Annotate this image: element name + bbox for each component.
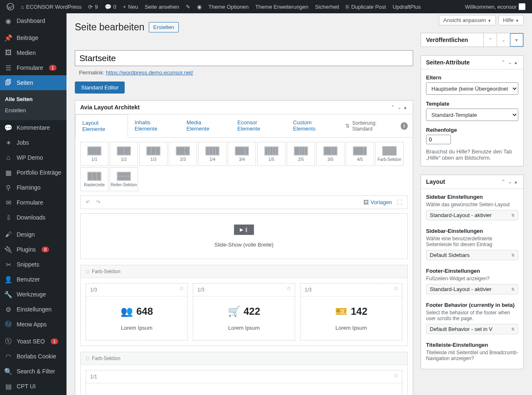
comments-link[interactable]: 💬0 (101, 0, 120, 13)
updates-link[interactable]: ⟳9 (85, 0, 101, 13)
attrs-down[interactable]: ⌄ (507, 59, 513, 65)
templates-button[interactable]: 🖼Vorlagen (363, 199, 392, 205)
col-handle[interactable] (394, 287, 398, 290)
attrs-up[interactable]: ⌃ (500, 59, 507, 65)
menu-searchfilter[interactable]: 🔍Search & Filter (0, 364, 66, 379)
order-input[interactable] (426, 135, 451, 144)
submenu-create[interactable]: Erstellen (0, 105, 66, 116)
element-1-2[interactable]: 1/2 (110, 142, 138, 166)
menu-forms2[interactable]: ✉Formulare (0, 195, 66, 210)
sidebar1-select[interactable]: Standard-Layout - aktivier⇅ (426, 210, 518, 220)
element-grid-row[interactable]: Rasterzeile (80, 167, 108, 191)
create-button[interactable]: Erstellen (149, 22, 179, 32)
menu-posts[interactable]: 📌Beiträge (0, 30, 66, 45)
element-color-section[interactable]: Farb-Sektion (375, 142, 404, 166)
col-handle[interactable] (287, 287, 291, 290)
menu-borlabs[interactable]: ◠Borlabs Cookie (0, 349, 66, 364)
tab-layout-elements[interactable]: Layout Elemente (75, 114, 128, 138)
drag-handle[interactable] (86, 357, 89, 360)
avia-down[interactable]: ⌄ (396, 104, 403, 110)
menu-jobs[interactable]: ✶Jobs (0, 135, 66, 150)
theme-options-link[interactable]: Theme Optionen (205, 0, 252, 13)
theme-ext-link[interactable]: Theme Erweiterungen (252, 0, 312, 13)
avia-toggle[interactable]: ▴ (403, 104, 408, 110)
menu-yoast[interactable]: ⓎYoast SEO1 (0, 334, 66, 349)
canvas-col-1[interactable]: 1/3 👥648 Lorem Ipsum (86, 283, 188, 341)
menu-pages[interactable]: 🗐Seiten (0, 75, 66, 90)
template-select[interactable]: Standard-Template (426, 109, 518, 121)
canvas-col-full[interactable]: 1/1 ☰Blog Beiträge (86, 370, 402, 395)
menu-portfolio[interactable]: ▦Portfolio Einträge (0, 165, 66, 180)
col-handle[interactable] (180, 287, 183, 290)
menu-settings[interactable]: ⚙Einstellungen (0, 302, 66, 317)
footer-behavior-select[interactable]: Default Behavior - set in V⇅ (426, 324, 518, 334)
duplicate-link[interactable]: ⎘Duplicate Post (342, 0, 389, 13)
undo-button[interactable]: ↶ (84, 198, 92, 206)
menu-design[interactable]: 🖌Design (0, 227, 66, 242)
view-page-link[interactable]: Seite ansehen (141, 0, 182, 13)
wp-logo[interactable] (3, 0, 17, 13)
updraft-link[interactable]: UpdraftPlus (389, 0, 424, 13)
tab-econsor-elements[interactable]: Econsor Elemente (231, 114, 286, 137)
permalink-link[interactable]: https://wordpress.demo.econsor.net/ (106, 69, 193, 76)
publish-down[interactable]: ⌄ (497, 33, 510, 47)
layout-toggle[interactable]: ▴ (513, 179, 518, 185)
layout-down[interactable]: ⌄ (507, 179, 513, 185)
menu-downloads[interactable]: ⇩Downloads (0, 210, 66, 225)
tab-custom-elements[interactable]: Custom Elements (286, 114, 340, 137)
fullscreen-button[interactable]: ⛶ (395, 198, 404, 206)
col-handle[interactable] (394, 374, 398, 377)
account-link[interactable]: Willkommen, econsor (462, 0, 529, 13)
submenu-all-pages[interactable]: Alle Seiten (0, 94, 66, 105)
menu-meow[interactable]: ⓂMeow Apps (0, 317, 66, 332)
drag-handle[interactable] (86, 270, 89, 274)
avia-up[interactable]: ⌃ (389, 104, 396, 110)
menu-comments[interactable]: 💬Kommentare (0, 120, 66, 135)
element-2-3[interactable]: 2/3 (169, 142, 197, 166)
element-tab-section[interactable]: Reiter-Sektion (110, 167, 138, 191)
help-button[interactable]: Hilfe▼ (498, 15, 524, 25)
menu-forms[interactable]: ☰Formulare1 (0, 60, 66, 75)
element-2-5[interactable]: 2/5 (287, 142, 315, 166)
canvas-col-3[interactable]: 1/3 🎫142 Lorem Ipsum (300, 283, 402, 341)
sidebar2-select[interactable]: Default Sidebars⇅ (426, 250, 518, 260)
menu-cptui[interactable]: ▤CPT UI (0, 379, 66, 394)
attrs-toggle[interactable]: ▴ (513, 59, 518, 65)
menu-dashboard[interactable]: ◉Dashboard (0, 13, 66, 28)
customize-view-button[interactable]: Ansicht anpassen▼ (439, 15, 496, 25)
publish-up[interactable]: ⌃ (483, 33, 497, 47)
redo-button[interactable]: ↷ (94, 198, 102, 206)
element-1-5[interactable]: 1/5 (257, 142, 286, 166)
security-link[interactable]: Sicherheit (312, 0, 342, 13)
menu-plugins[interactable]: 🔌Plugins8 (0, 242, 66, 257)
theme-icon-1[interactable]: ✎ (182, 0, 194, 13)
menu-snippets[interactable]: ✂Snippets (0, 257, 66, 272)
menu-flamingo[interactable]: ⚲Flamingo (0, 180, 66, 195)
sort-dropdown[interactable]: ⇅Sortierung: Standard (340, 114, 400, 137)
element-1-1[interactable]: 1/1 (80, 142, 108, 166)
element-3-5[interactable]: 3/5 (316, 142, 345, 166)
canvas-section-1[interactable]: Farb-Sektion 1/3 👥648 Lorem Ipsum 1/3 (80, 265, 408, 346)
title-input[interactable] (75, 50, 413, 66)
new-link[interactable]: +Neu (120, 0, 141, 13)
menu-media[interactable]: 🖾Medien (0, 45, 66, 60)
canvas-section-2[interactable]: Farb-Sektion 1/1 ☰Blog Beiträge (80, 352, 408, 395)
menu-tools[interactable]: 🔧Werkzeuge (0, 287, 66, 302)
element-4-5[interactable]: 4/5 (346, 142, 374, 166)
site-name-link[interactable]: ⌂ECONSOR WordPress (17, 0, 85, 13)
footer-select[interactable]: Standard-Layout - aktivier⇅ (426, 284, 518, 294)
tab-media-elements[interactable]: Media Elemente (180, 114, 231, 137)
menu-users[interactable]: 👤Benutzer (0, 272, 66, 287)
standard-editor-button[interactable]: Standard Editor (75, 81, 125, 94)
publish-toggle[interactable]: ▾ (510, 33, 523, 47)
element-1-4[interactable]: 1/4 (198, 142, 227, 166)
parent-select[interactable]: Hauptseite (keine Übergeordnete) (426, 82, 518, 95)
canvas-slideshow[interactable]: ▶ ∥ Slide-Show (volle Breite) (80, 213, 408, 259)
theme-icon-2[interactable]: ◉ (194, 0, 205, 13)
tab-content-elements[interactable]: Inhalts Elemente (128, 114, 180, 137)
menu-wpdemo[interactable]: ⌂WP Demo (0, 150, 66, 165)
element-3-4[interactable]: 3/4 (228, 142, 256, 166)
element-1-3[interactable]: 1/3 (139, 142, 167, 166)
canvas-col-2[interactable]: 1/3 🛒422 Lorem Ipsum (193, 283, 295, 341)
help-icon[interactable]: i (401, 122, 408, 130)
